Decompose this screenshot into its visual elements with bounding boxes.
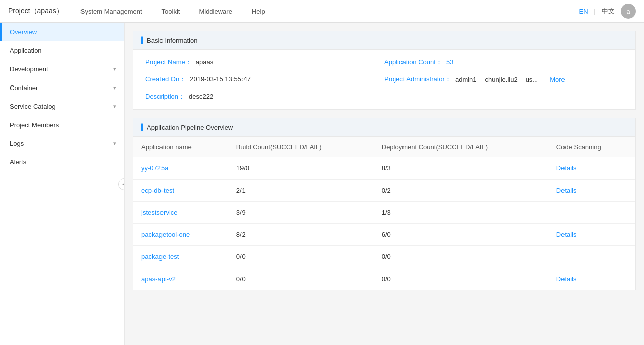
chevron-icon-service-catalog: ▾ <box>113 103 116 110</box>
build-count-4: 0/0 <box>228 246 374 268</box>
basic-info-body: Project Name： apaas Application Count： 5… <box>133 50 635 109</box>
sidebar-item-project-members[interactable]: Project Members <box>0 116 124 134</box>
project-admin-row: Project Administrator： admin1 chunjie.li… <box>384 75 623 84</box>
build-count-3: 8/2 <box>228 224 374 246</box>
layout: OverviewApplicationDevelopment▾Container… <box>0 23 644 345</box>
table-row: ecp-db-test2/10/2Details <box>133 180 635 202</box>
sidebar-item-container[interactable]: Container▾ <box>0 78 124 97</box>
col-build-count: Build Count(SUCCEED/FAIL) <box>228 137 374 157</box>
description-value: desc222 <box>189 93 213 100</box>
description-row: Description： desc222 <box>145 92 384 101</box>
nav-logo[interactable]: Project（apaas） <box>8 7 63 16</box>
lang-en[interactable]: EN <box>579 8 588 15</box>
description-label: Description： <box>145 92 185 101</box>
project-admin-label: Project Administrator： <box>384 75 451 84</box>
pipeline-table: Application name Build Count(SUCCEED/FAI… <box>133 137 635 290</box>
app-name-3[interactable]: packagetool-one <box>133 224 228 246</box>
table-row: jstestservice3/91/3 <box>133 202 635 224</box>
nav-system-management[interactable]: System Management <box>78 8 144 15</box>
scanning-2 <box>548 202 635 224</box>
pipeline-overview-card: Application Pipeline Overview Applicatio… <box>133 118 636 290</box>
created-on-value: 2019-03-15 13:55:47 <box>190 75 251 83</box>
table-head: Application name Build Count(SUCCEED/FAI… <box>133 137 635 157</box>
deploy-count-2: 1/3 <box>374 202 548 224</box>
scanning-3[interactable]: Details <box>548 224 635 246</box>
col-deploy-count: Deployment Count(SUCCEED/FAIL) <box>374 137 548 157</box>
sidebar-item-alerts[interactable]: Alerts <box>0 153 124 171</box>
nav-help[interactable]: Help <box>250 8 267 15</box>
sidebar-item-service-catalog[interactable]: Service Catalog▾ <box>0 97 124 116</box>
basic-info-card: Basic Information Project Name： apaas Ap… <box>133 31 636 110</box>
scanning-5[interactable]: Details <box>548 268 635 290</box>
sidebar-item-label-application: Application <box>10 47 42 54</box>
build-count-5: 0/0 <box>228 268 374 290</box>
lang-zh[interactable]: 中文 <box>602 7 615 16</box>
app-count-value[interactable]: 53 <box>446 58 453 66</box>
app-name-0[interactable]: yy-0725a <box>133 157 228 180</box>
sidebar-item-development[interactable]: Development▾ <box>0 60 124 78</box>
app-name-5[interactable]: apas-api-v2 <box>133 268 228 290</box>
main-content: Basic Information Project Name： apaas Ap… <box>125 23 644 345</box>
chevron-icon-development: ▾ <box>113 66 116 72</box>
col-code-scanning: Code Scanning <box>548 137 635 157</box>
nav-items: System Management Toolkit Middleware Hel… <box>78 8 579 15</box>
chevron-icon-container: ▾ <box>113 84 116 91</box>
basic-info-title: Basic Information <box>147 37 197 44</box>
build-count-0: 19/0 <box>228 157 374 180</box>
scanning-1[interactable]: Details <box>548 180 635 202</box>
project-admin-1: admin1 <box>455 76 477 83</box>
sidebar-item-label-service-catalog: Service Catalog <box>10 103 56 110</box>
sidebar-collapse-button[interactable]: ◀ <box>118 178 125 190</box>
sidebar-item-label-logs: Logs <box>10 140 24 147</box>
project-admin-3: us... <box>526 76 538 83</box>
table-row: packagetool-one8/26/0Details <box>133 224 635 246</box>
nav-toolkit[interactable]: Toolkit <box>159 8 182 15</box>
lang-sep: | <box>594 8 596 15</box>
project-name-row: Project Name： apaas <box>145 58 384 67</box>
scanning-4 <box>548 246 635 268</box>
sidebar-item-label-project-members: Project Members <box>10 121 59 129</box>
sidebar-item-logs[interactable]: Logs▾ <box>0 134 124 153</box>
deploy-count-5: 0/0 <box>374 268 548 290</box>
pipeline-header: Application Pipeline Overview <box>133 118 635 137</box>
project-name-label: Project Name： <box>145 58 192 67</box>
table-row: apas-api-v20/00/0Details <box>133 268 635 290</box>
more-admins-button[interactable]: More <box>550 76 565 83</box>
scanning-0[interactable]: Details <box>548 157 635 180</box>
top-nav: Project（apaas） System Management Toolkit… <box>0 0 644 23</box>
avatar[interactable]: a <box>621 4 636 19</box>
sidebar-item-application[interactable]: Application <box>0 41 124 60</box>
app-name-2[interactable]: jstestservice <box>133 202 228 224</box>
app-name-4[interactable]: package-test <box>133 246 228 268</box>
sidebar-item-label-container: Container <box>10 84 38 92</box>
pipeline-table-container: Application name Build Count(SUCCEED/FAI… <box>133 137 635 290</box>
pipeline-header-bar <box>141 123 143 131</box>
app-count-row: Application Count： 53 <box>384 58 623 67</box>
sidebar-item-label-overview: Overview <box>10 28 37 36</box>
deploy-count-4: 0/0 <box>374 246 548 268</box>
sidebar-item-overview[interactable]: Overview <box>0 23 124 41</box>
table-row: package-test0/00/0 <box>133 246 635 268</box>
project-name-value: apaas <box>196 58 213 66</box>
build-count-1: 2/1 <box>228 180 374 202</box>
app-count-label: Application Count： <box>384 58 442 67</box>
sidebar: OverviewApplicationDevelopment▾Container… <box>0 23 125 345</box>
table-body: yy-0725a19/08/3Detailsecp-db-test2/10/2D… <box>133 157 635 290</box>
deploy-count-1: 0/2 <box>374 180 548 202</box>
deploy-count-0: 8/3 <box>374 157 548 180</box>
header-bar <box>141 36 143 44</box>
created-on-label: Created On： <box>145 75 186 84</box>
build-count-2: 3/9 <box>228 202 374 224</box>
deploy-count-3: 6/0 <box>374 224 548 246</box>
nav-right: EN | 中文 a <box>579 4 636 19</box>
table-row: yy-0725a19/08/3Details <box>133 157 635 180</box>
sidebar-item-label-development: Development <box>10 65 48 73</box>
app-name-1[interactable]: ecp-db-test <box>133 180 228 202</box>
pipeline-title: Application Pipeline Overview <box>147 124 233 131</box>
sidebar-item-label-alerts: Alerts <box>10 158 26 166</box>
chevron-icon-logs: ▾ <box>113 140 116 147</box>
nav-middleware[interactable]: Middleware <box>197 8 234 15</box>
col-app-name: Application name <box>133 137 228 157</box>
project-admin-2: chunjie.liu2 <box>485 76 518 83</box>
info-grid: Project Name： apaas Application Count： 5… <box>145 58 623 101</box>
